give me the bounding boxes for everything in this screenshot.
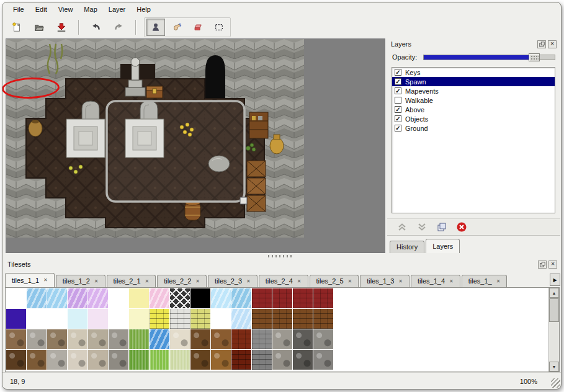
- layer-checkbox-spawn[interactable]: ✓: [395, 78, 401, 85]
- palette-tile[interactable]: [47, 350, 68, 370]
- tileset-tab-tiles-2-2[interactable]: tiles_2_2✕: [157, 275, 207, 287]
- layer-checkbox-keys[interactable]: ✓: [395, 69, 401, 76]
- tileset-tab-tiles-1-3[interactable]: tiles_1_3✕: [360, 275, 410, 287]
- palette-tile[interactable]: [272, 288, 293, 309]
- palette-tile[interactable]: [27, 309, 47, 329]
- tab-close-icon[interactable]: ✕: [94, 278, 99, 284]
- close-panel-button[interactable]: ✕: [548, 261, 557, 269]
- palette-tile[interactable]: [231, 329, 252, 350]
- palette-tile[interactable]: [88, 329, 109, 350]
- redo-button[interactable]: [109, 19, 128, 36]
- palette-scrollbar[interactable]: ▲ ▼: [548, 288, 559, 372]
- tab-close-icon[interactable]: ✕: [348, 278, 352, 284]
- palette-tile[interactable]: [6, 309, 27, 329]
- float-panel-button[interactable]: [537, 40, 546, 48]
- rect-select-tool-button[interactable]: [210, 19, 228, 36]
- menu-help[interactable]: Help: [131, 4, 156, 15]
- palette-tile[interactable]: [129, 329, 150, 350]
- horizontal-splitter[interactable]: [2, 253, 562, 259]
- palette-tile[interactable]: [27, 329, 47, 350]
- dock-tab-history[interactable]: History: [390, 241, 424, 253]
- layer-checkbox-walkable[interactable]: [395, 97, 401, 104]
- palette-tile[interactable]: [47, 309, 68, 329]
- palette-tile[interactable]: [231, 309, 252, 329]
- palette-tile[interactable]: [272, 309, 293, 329]
- tab-close-icon[interactable]: ✕: [195, 278, 200, 284]
- palette-tile[interactable]: [170, 350, 190, 370]
- palette-tile[interactable]: [88, 350, 109, 370]
- palette-tile[interactable]: [109, 350, 129, 370]
- dock-tab-layers[interactable]: Layers: [426, 239, 460, 253]
- palette-tile[interactable]: [272, 350, 293, 370]
- palette-tile[interactable]: [150, 309, 170, 329]
- layer-row-above[interactable]: ✓Above: [392, 105, 555, 114]
- raise-layer-button[interactable]: [396, 221, 408, 233]
- layer-checkbox-ground[interactable]: ✓: [395, 125, 401, 131]
- map-canvas[interactable]: [6, 39, 304, 238]
- layer-row-walkable[interactable]: Walkable: [392, 96, 555, 105]
- save-button[interactable]: [52, 19, 71, 36]
- scroll-up-button[interactable]: ▲: [549, 288, 559, 298]
- palette-tile[interactable]: [313, 309, 334, 329]
- menu-edit[interactable]: Edit: [30, 4, 53, 15]
- layer-checkbox-mapevents[interactable]: ✓: [395, 87, 401, 94]
- palette-tile[interactable]: [68, 350, 88, 370]
- map-viewport[interactable]: [6, 38, 385, 253]
- palette-tile[interactable]: [211, 350, 231, 370]
- palette-tile[interactable]: [231, 350, 252, 370]
- menu-layer[interactable]: Layer: [103, 4, 132, 15]
- layer-row-keys[interactable]: ✓Keys: [392, 68, 555, 77]
- palette-tile[interactable]: [272, 329, 293, 350]
- tileset-tab-tiles-1-4[interactable]: tiles_1_4✕: [411, 275, 460, 287]
- palette-tile[interactable]: [211, 288, 231, 309]
- tileset-tab-tiles-2-3[interactable]: tiles_2_3✕: [208, 275, 257, 287]
- palette-tile[interactable]: [252, 288, 272, 309]
- palette-tile[interactable]: [150, 329, 170, 350]
- layer-row-mapevents[interactable]: ✓Mapevents: [392, 86, 555, 96]
- palette-tile[interactable]: [313, 350, 334, 370]
- splitter-handle[interactable]: [268, 255, 293, 257]
- tileset-tab-tiles-1-[interactable]: tiles_1_✕: [462, 275, 508, 287]
- palette-tile[interactable]: [252, 309, 272, 329]
- map-selection-rect[interactable]: [107, 101, 244, 202]
- palette-tile[interactable]: [47, 329, 68, 350]
- lower-layer-button[interactable]: [416, 221, 428, 233]
- palette-tile[interactable]: [313, 288, 334, 309]
- palette-tile[interactable]: [211, 309, 231, 329]
- palette-tile[interactable]: [190, 309, 211, 329]
- layer-row-objects[interactable]: ✓Objects: [392, 114, 555, 123]
- palette-tile[interactable]: [109, 329, 129, 350]
- palette-tile[interactable]: [27, 288, 47, 309]
- layer-row-spawn[interactable]: ✓Spawn: [392, 77, 555, 86]
- tab-close-icon[interactable]: ✕: [246, 278, 251, 284]
- tab-close-icon[interactable]: ✕: [398, 278, 403, 284]
- tileset-tab-tiles-1-1[interactable]: tiles_1_1✕: [5, 273, 55, 287]
- opacity-slider-handle[interactable]: [529, 53, 540, 61]
- palette-tile[interactable]: [190, 329, 211, 350]
- tab-close-icon[interactable]: ✕: [145, 278, 150, 284]
- selection-resize-handle[interactable]: [240, 197, 247, 204]
- palette-tile[interactable]: [47, 288, 68, 309]
- float-panel-button[interactable]: [538, 261, 547, 269]
- palette-tile[interactable]: [313, 329, 334, 350]
- palette-tile[interactable]: [68, 288, 88, 309]
- tileset-tab-tiles-2-4[interactable]: tiles_2_4✕: [259, 275, 308, 287]
- palette-tile[interactable]: [170, 309, 190, 329]
- palette-tile[interactable]: [190, 288, 211, 309]
- tileset-tab-tiles-2-5[interactable]: tiles_2_5✕: [310, 275, 359, 287]
- menu-view[interactable]: View: [53, 4, 79, 15]
- palette-tile[interactable]: [150, 288, 170, 309]
- layer-checkbox-above[interactable]: ✓: [395, 106, 401, 113]
- palette-tile[interactable]: [211, 329, 231, 350]
- palette-tile[interactable]: [88, 309, 109, 329]
- palette-tile[interactable]: [170, 329, 190, 350]
- delete-layer-button[interactable]: [455, 221, 468, 233]
- paint-tool-button[interactable]: [168, 19, 186, 36]
- scrollbar-thumb[interactable]: [549, 298, 559, 322]
- palette-tile[interactable]: [6, 329, 27, 350]
- undo-button[interactable]: [87, 19, 105, 36]
- tab-scroll-right-button[interactable]: ▶: [550, 274, 560, 286]
- duplicate-layer-button[interactable]: [436, 221, 448, 233]
- palette-tile[interactable]: [293, 329, 313, 350]
- palette-tile[interactable]: [252, 350, 272, 370]
